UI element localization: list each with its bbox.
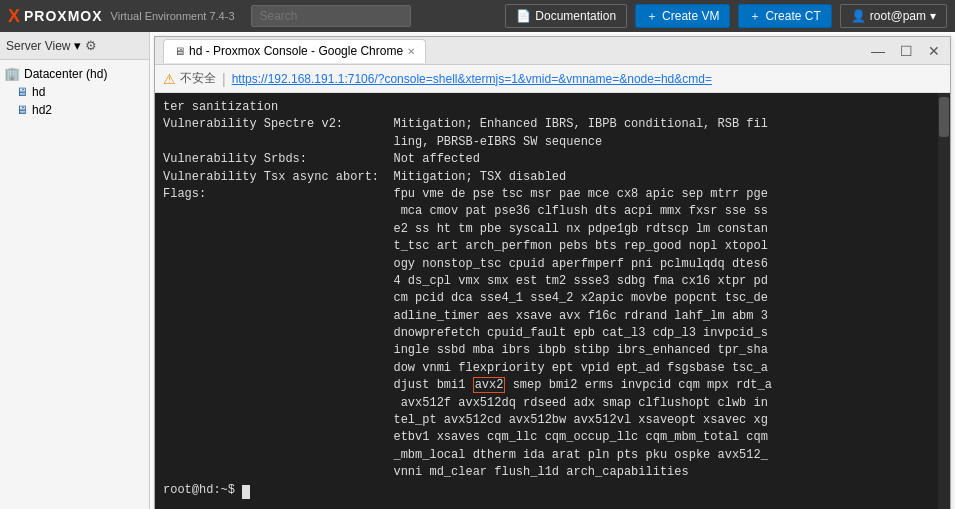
documentation-button[interactable]: 📄 Documentation (505, 4, 627, 28)
chrome-tab[interactable]: 🖥 hd - Proxmox Console - Google Chrome ✕ (163, 39, 426, 63)
node-hd-label: hd (32, 85, 45, 99)
server-icon: 🖥 (16, 85, 28, 99)
sidebar: Server View ▾ ⚙ 🏢 Datacenter (hd) 🖥 hd 🖥… (0, 32, 150, 509)
terminal-scrollbar[interactable] (938, 93, 950, 509)
chrome-window: 🖥 hd - Proxmox Console - Google Chrome ✕… (154, 36, 951, 509)
server-icon: 🖥 (16, 103, 28, 117)
chevron-down-icon: ▾ (930, 9, 936, 23)
proxmox-brand: PROXMOX (24, 8, 103, 24)
node-hd2-label: hd2 (32, 103, 52, 117)
create-ct-button[interactable]: ＋ Create CT (738, 4, 831, 28)
vm-icon: ＋ (646, 8, 658, 25)
scrollbar-thumb[interactable] (939, 97, 949, 137)
create-ct-label: Create CT (765, 9, 820, 23)
minimize-button[interactable]: — (870, 43, 886, 59)
navbar: X PROXMOX Virtual Environment 7.4-3 📄 Do… (0, 0, 955, 32)
content-area: 🖥 hd - Proxmox Console - Google Chrome ✕… (150, 32, 955, 509)
sidebar-item-hd2[interactable]: 🖥 hd2 (0, 101, 149, 119)
close-button[interactable]: ✕ (926, 43, 942, 59)
terminal-cursor (242, 485, 250, 499)
chrome-titlebar: 🖥 hd - Proxmox Console - Google Chrome ✕… (155, 37, 950, 65)
create-vm-label: Create VM (662, 9, 719, 23)
user-label: root@pam (870, 9, 926, 23)
warning-icon: ⚠ (163, 71, 176, 87)
terminal-output: ter sanitization Vulnerability Spectre v… (155, 93, 950, 509)
documentation-label: Documentation (535, 9, 616, 23)
ct-icon: ＋ (749, 8, 761, 25)
sidebar-tree: 🏢 Datacenter (hd) 🖥 hd 🖥 hd2 (0, 60, 149, 509)
tab-icon: 🖥 (174, 45, 185, 57)
create-vm-button[interactable]: ＋ Create VM (635, 4, 730, 28)
sidebar-header: Server View ▾ ⚙ (0, 32, 149, 60)
proxmox-x-icon: X (8, 6, 20, 27)
url-bar: ⚠ 不安全 | https://192.168.191.1:7106/?cons… (155, 65, 950, 93)
chrome-window-controls: — ☐ ✕ (870, 43, 942, 59)
sidebar-item-hd[interactable]: 🖥 hd (0, 83, 149, 101)
chrome-tab-title: hd - Proxmox Console - Google Chrome (189, 44, 403, 58)
datacenter-label: Datacenter (hd) (24, 67, 107, 81)
main-layout: Server View ▾ ⚙ 🏢 Datacenter (hd) 🖥 hd 🖥… (0, 32, 955, 509)
gear-icon[interactable]: ⚙ (85, 38, 97, 53)
chevron-down-icon: ▾ (74, 38, 81, 53)
user-menu-button[interactable]: 👤 root@pam ▾ (840, 4, 947, 28)
maximize-button[interactable]: ☐ (898, 43, 914, 59)
sidebar-item-datacenter[interactable]: 🏢 Datacenter (hd) (0, 64, 149, 83)
terminal-prompt: root@hd:~$ (163, 483, 242, 497)
security-warning: ⚠ 不安全 (163, 70, 216, 87)
sidebar-header-label: Server View (6, 39, 70, 53)
search-input[interactable] (251, 5, 411, 27)
doc-icon: 📄 (516, 9, 531, 23)
tab-close-icon[interactable]: ✕ (407, 46, 415, 57)
url-text[interactable]: https://192.168.191.1:7106/?console=shel… (232, 72, 712, 86)
user-icon: 👤 (851, 9, 866, 23)
not-secure-label: 不安全 (180, 70, 216, 87)
terminal[interactable]: ter sanitization Vulnerability Spectre v… (155, 93, 950, 509)
datacenter-icon: 🏢 (4, 66, 20, 81)
avx2-highlight: avx2 (473, 377, 506, 393)
url-separator: | (222, 71, 226, 87)
logo: X PROXMOX Virtual Environment 7.4-3 (8, 6, 235, 27)
proxmox-version: Virtual Environment 7.4-3 (111, 10, 235, 22)
